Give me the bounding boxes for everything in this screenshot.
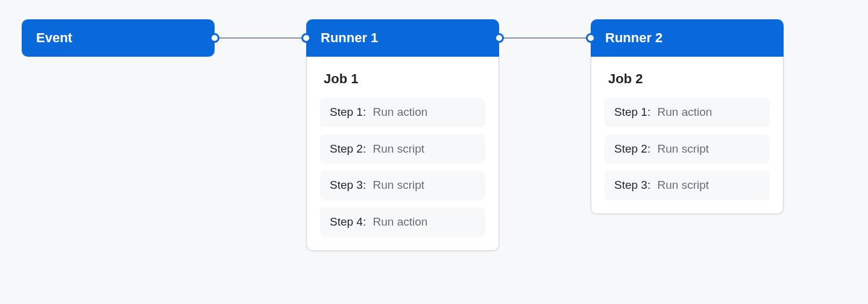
event-node: Event [22,19,215,57]
step-desc: Run action [373,106,428,118]
runner1-body: Job 1 Step 1: Run action Step 2: Run scr… [306,57,499,251]
event-title: Event [36,30,72,45]
runner2-step: Step 1: Run action [605,98,770,127]
runner2-body: Job 2 Step 1: Run action Step 2: Run scr… [591,57,784,214]
step-desc: Run script [658,179,709,191]
step-desc: Run script [373,142,425,155]
runner2-step: Step 2: Run script [605,135,770,164]
step-label: Step 4: [330,215,366,228]
runner2-step: Step 3: Run script [605,171,770,200]
step-label: Step 2: [330,142,366,155]
connector-runner1-to-runner2 [499,37,591,39]
runner1-step: Step 3: Run script [320,171,485,200]
step-desc: Run action [373,215,428,228]
runner1-step: Step 4: Run action [320,207,485,237]
runner2-job-title: Job 2 [608,71,770,87]
step-desc: Run script [658,142,709,155]
runner1-header: Runner 1 [306,19,499,57]
connector-event-to-runner1 [215,37,306,39]
runner2-node: Runner 2 Job 2 Step 1: Run action Step 2… [591,19,784,214]
step-label: Step 3: [614,179,650,191]
runner1-title: Runner 1 [321,30,378,45]
step-desc: Run script [373,179,425,191]
event-header: Event [22,19,215,57]
step-label: Step 3: [330,179,366,191]
runner1-node: Runner 1 Job 1 Step 1: Run action Step 2… [306,19,499,251]
runner2-header: Runner 2 [591,19,784,57]
runner1-step: Step 2: Run script [320,135,485,164]
port-runner1-out [494,33,504,43]
port-runner2-in [586,33,596,43]
port-runner1-in [301,33,311,43]
step-desc: Run action [658,106,712,118]
runner2-title: Runner 2 [605,30,662,45]
step-label: Step 1: [614,106,650,118]
step-label: Step 1: [330,106,366,118]
runner1-step: Step 1: Run action [320,98,485,127]
port-event-out [210,33,219,43]
runner1-job-title: Job 1 [324,71,485,87]
step-label: Step 2: [614,142,650,155]
